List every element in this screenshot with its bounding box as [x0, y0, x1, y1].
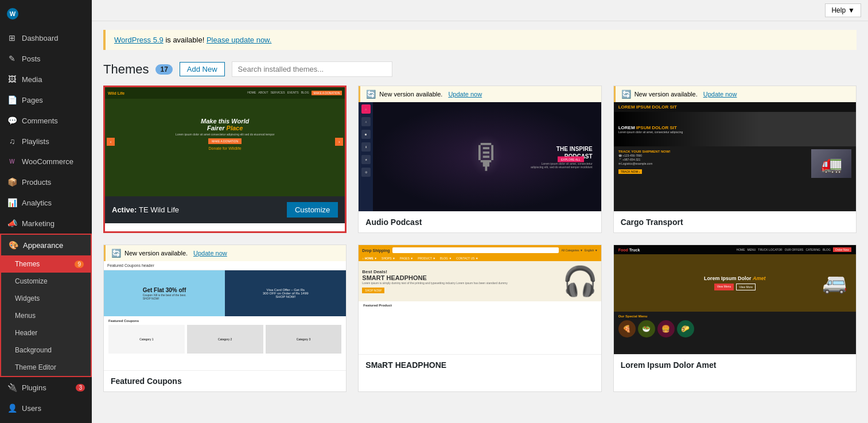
coupon-name-footer: Featured Coupons — [104, 370, 346, 391]
cargo-update-notice: 🔄 New version available. Update now — [614, 86, 856, 102]
cat-3: Category 3 — [266, 325, 342, 354]
cat-1: Category 1 — [108, 325, 185, 354]
sidebar-item-playlists[interactable]: ♫ Playlists — [0, 131, 92, 152]
theme-card-audio-podcast: 🔄 New version available. Update now ⌂ ♫ … — [358, 86, 601, 233]
main-content: Help ▼ WordPress 5.9 is available! Pleas… — [92, 0, 868, 423]
coupon-category-list: Category 1 Category 2 Category 3 — [108, 325, 341, 354]
sidebar-item-appearance[interactable]: 🎨 Appearance — [1, 235, 91, 255]
customize-button[interactable]: Customize — [287, 202, 338, 218]
food-btn-group: View Menu View More — [704, 284, 766, 290]
sidebar-item-label: Comments — [22, 117, 58, 125]
coupon-right-panel: Visa Card Offer – Get Rs300 OFF on Order… — [225, 270, 346, 316]
search-input[interactable] — [232, 61, 392, 77]
plugins-label: Plugins — [22, 383, 46, 392]
wp-version-link[interactable]: WordPress 5.9 — [114, 36, 164, 44]
cargo-truck-image: 🚛 — [811, 149, 851, 178]
drop-headphone-icon: 🎧 — [562, 265, 598, 298]
food-menu: MENU — [748, 248, 756, 251]
audio-update-link[interactable]: Update now — [448, 91, 482, 98]
sidebar-item-label: Playlists — [22, 137, 49, 146]
update-now-link[interactable]: Please update now. — [207, 36, 271, 44]
drop-featured-label: Featured Product — [359, 301, 601, 309]
coupon-update-link[interactable]: Update now — [193, 250, 227, 257]
food-hero-text: Lorem Ipsum Dolor Amet View Menu View Mo… — [704, 275, 766, 290]
sidebar-item-products[interactable]: 📦 Products — [0, 172, 92, 192]
marketing-icon: 📣 — [7, 219, 17, 228]
drop-preview: Drop Shipping All Categories ▼ English ▼… — [359, 245, 601, 354]
pages-icon: 📄 — [7, 95, 17, 104]
sidebar-item-tools[interactable]: 🔧 Tools — [0, 418, 92, 423]
drop-best-deals: Best Deals! — [362, 269, 558, 274]
add-new-button[interactable]: Add New — [180, 62, 225, 76]
sidebar-item-dashboard[interactable]: ⊞ Dashboard — [0, 28, 92, 48]
food-offer: OUR OFFERS — [785, 248, 804, 251]
wild-life-name: Active: TE Wild Life — [112, 205, 179, 214]
sidebar-item-customize[interactable]: Customize — [1, 273, 91, 290]
drop-product-name: SMART HEADPHONE — [362, 274, 558, 281]
sidebar-item-themes[interactable]: Themes 9 — [1, 255, 91, 273]
cargo-email: ✉ Logistics@example.com — [618, 162, 808, 165]
sidebar-item-plugins[interactable]: 🔌 Plugins 3 — [0, 377, 92, 398]
food-preview: Food Truck HOME MENU TRUCK LOCATOR OUR O… — [614, 245, 856, 354]
coupon-preview: Featured Coupons header Get Flat 30% off… — [104, 261, 346, 370]
wl-nav-home: HOME — [247, 91, 256, 95]
sidebar-item-theme-editor[interactable]: Theme Editor — [1, 359, 91, 376]
sidebar-item-label: Analytics — [22, 199, 52, 207]
food-hero-title: Lorem Ipsum Dolor Amet — [704, 275, 766, 281]
food-nav: HOME MENU TRUCK LOCATOR OUR OFFERS CATER… — [737, 248, 831, 251]
coupon-categories: Featured Coupons Category 1 Category 2 C… — [104, 316, 346, 356]
coupon-featured-label: Featured Coupons — [108, 319, 341, 323]
food-item-1: 🍕 — [618, 320, 636, 337]
cargo-logo: LOREM IPSUM DOLOR SIT — [618, 104, 677, 110]
cargo-hero-text: LOREM IPSUM DOLOR SIT Lorem ipsum dolor … — [618, 125, 683, 134]
drop-hero: Best Deals! SMART HEADPHONE Lorem ipsum … — [359, 261, 601, 301]
coupon-hero: Get Flat 30% off Coupon Xill is the best… — [104, 270, 346, 316]
drop-header: Drop Shipping All Categories ▼ English ▼ — [359, 245, 601, 255]
sidebar-item-menus[interactable]: Menus — [1, 307, 91, 324]
ap-explore-btn: EXPLORE ALL — [558, 156, 584, 162]
drop-name-footer: SMaRT HEADPHONE — [359, 354, 601, 375]
sidebar-item-marketing[interactable]: 📣 Marketing — [0, 213, 92, 234]
help-button[interactable]: Help ▼ — [825, 3, 861, 17]
wl-nav-items: HOME ABOUT SERVICES EVENTS BLOG MAKE A D… — [247, 91, 342, 95]
themes-badge: 9 — [75, 261, 84, 268]
playlists-icon: ♫ — [7, 137, 17, 146]
wl-nav-donate-btn: MAKE A DONATION — [312, 91, 342, 95]
woo-icon: W — [7, 158, 17, 165]
sidebar-item-posts[interactable]: ✎ Posts — [0, 48, 92, 69]
comments-icon: 💬 — [7, 116, 17, 125]
wl-arrow-left[interactable]: ‹ — [107, 138, 115, 146]
cargo-update-link[interactable]: Update now — [703, 91, 737, 98]
food-blog: BLOG — [823, 248, 831, 251]
plugins-badge: 3 — [76, 384, 85, 391]
cargo-h3: LOREM IPSUM DOLOR SIT — [618, 125, 683, 130]
theme-card-food-truck: Food Truck HOME MENU TRUCK LOCATOR OUR O… — [613, 245, 857, 392]
drop-subnav-home: ⌂ HOME ▼ — [362, 257, 377, 260]
sidebar-item-widgets[interactable]: Widgets — [1, 290, 91, 307]
drop-subnav-shops: SHOPS ▼ — [382, 257, 395, 260]
drop-subnav-blog: BLOG ▼ — [440, 257, 451, 260]
coupon-header: Featured Coupons header — [104, 261, 346, 270]
wl-arrow-right[interactable]: › — [335, 138, 343, 146]
food-view-more-btn: View More — [736, 284, 756, 290]
help-label: Help — [831, 6, 846, 14]
sidebar-item-users[interactable]: 👤 Users — [0, 398, 92, 418]
sidebar-logo[interactable]: W — [0, 0, 92, 28]
food-header: Food Truck HOME MENU TRUCK LOCATOR OUR O… — [614, 245, 856, 254]
ap-music: ♫ — [361, 117, 371, 126]
food-item-3: 🍔 — [657, 320, 675, 337]
analytics-icon: 📊 — [7, 198, 17, 207]
sidebar-item-media[interactable]: 🖼 Media — [0, 69, 92, 90]
theme-editor-label: Theme Editor — [15, 363, 56, 371]
sidebar-item-pages[interactable]: 📄 Pages — [0, 90, 92, 110]
sidebar-item-woocommerce[interactable]: W WooCommerce — [0, 152, 92, 172]
sidebar-item-background[interactable]: Background — [1, 341, 91, 359]
food-item-4: 🌮 — [677, 320, 694, 337]
sidebar-item-comments[interactable]: 💬 Comments — [0, 110, 92, 131]
wild-life-preview: Wild Life HOME ABOUT SERVICES EVENTS BLO… — [105, 87, 345, 196]
sidebar-item-analytics[interactable]: 📊 Analytics — [0, 192, 92, 213]
sidebar-item-header[interactable]: Header — [1, 324, 91, 341]
help-arrow-icon: ▼ — [848, 6, 855, 14]
sidebar-item-label: Products — [22, 178, 51, 187]
ap-text: THE INSPIREPODCAST Lorem ipsum dolor sit… — [531, 145, 593, 169]
